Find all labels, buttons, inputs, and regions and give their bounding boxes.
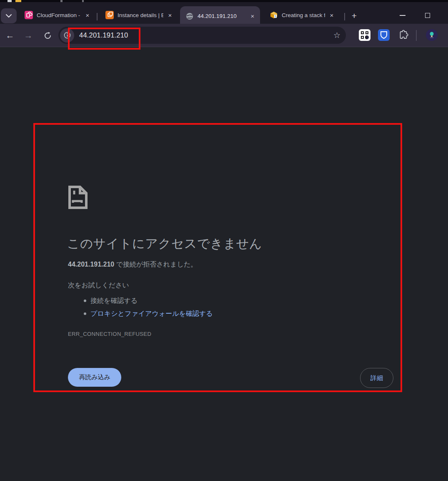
avatar-bulb-icon <box>428 31 435 39</box>
tab-close-icon[interactable]: × <box>166 12 174 19</box>
error-subtitle-text: で接続が拒否されました。 <box>114 261 197 268</box>
shield-icon <box>378 29 390 41</box>
url-text[interactable]: 44.201.191.210 <box>79 31 128 39</box>
window-minimize-button[interactable] <box>395 8 410 23</box>
back-button[interactable]: ← <box>2 27 18 44</box>
tab-creating-stack[interactable]: Creating a stack fr × <box>264 6 339 24</box>
browser-toolbar: ← → 44.201.191.210 ☆ <box>0 24 448 47</box>
tab-label: Instance details | E <box>118 12 163 18</box>
reload-icon <box>44 32 52 40</box>
maximize-icon <box>425 13 430 18</box>
url-bar[interactable]: 44.201.191.210 ☆ <box>58 27 346 44</box>
bookmark-star-icon[interactable]: ☆ <box>333 30 340 40</box>
suggestion-link-item[interactable]: プロキシとファイアウォールを確認する <box>76 307 213 320</box>
suggestions-list: 接続を確認する プロキシとファイアウォールを確認する <box>76 294 213 320</box>
tab-separator <box>97 13 98 20</box>
puzzle-icon <box>397 29 409 41</box>
tab-label: CloudFormation - <box>37 12 81 18</box>
profile-avatar[interactable] <box>426 29 438 41</box>
extensions-button[interactable] <box>397 29 409 41</box>
tab-close-icon[interactable]: × <box>248 13 257 20</box>
ec2-favicon <box>105 11 114 19</box>
new-tab-button[interactable]: + <box>348 10 360 22</box>
globe-favicon <box>185 12 194 20</box>
suggestion-text: 接続を確認する <box>90 297 138 304</box>
tab-search-button[interactable] <box>1 8 17 23</box>
sad-file-icon <box>68 185 88 209</box>
error-title: このサイトにアクセスできません <box>67 235 262 252</box>
details-button[interactable]: 詳細 <box>360 368 393 388</box>
chevron-down-icon <box>6 14 12 18</box>
tab-label: Creating a stack fr <box>282 12 325 18</box>
tab-close-icon[interactable]: × <box>83 12 92 19</box>
proxy-firewall-link[interactable]: プロキシとファイアウォールを確認する <box>90 310 213 317</box>
page-info-button[interactable] <box>60 28 74 43</box>
forward-icon: → <box>24 30 33 40</box>
tab-active-ip[interactable]: 44.201.191.210 × <box>180 6 260 26</box>
window-maximize-button[interactable] <box>420 8 435 23</box>
error-host: 44.201.191.210 <box>68 261 114 268</box>
reload-page-button[interactable]: 再読み込み <box>68 368 121 387</box>
info-icon <box>64 32 71 39</box>
page-content: このサイトにアクセスできません 44.201.191.210 で接続が拒否されま… <box>0 48 448 481</box>
aws-docs-favicon <box>270 11 278 19</box>
qr-extension-button[interactable] <box>359 29 370 41</box>
toolbar-divider <box>416 30 417 41</box>
tab-strip: CloudFormation - × Instance details | E … <box>0 2 448 24</box>
reload-button[interactable] <box>39 27 56 44</box>
minimize-icon <box>400 15 405 16</box>
back-icon: ← <box>6 30 15 40</box>
qr-code-icon <box>359 29 370 41</box>
suggestion-item: 接続を確認する <box>76 294 213 307</box>
error-subtitle: 44.201.191.210 で接続が拒否されました。 <box>68 260 197 269</box>
error-code: ERR_CONNECTION_REFUSED <box>68 331 151 337</box>
tab-separator <box>344 13 345 20</box>
tab-close-icon[interactable]: × <box>328 12 336 19</box>
bitwarden-extension-button[interactable] <box>378 29 390 41</box>
forward-button[interactable]: → <box>20 27 37 44</box>
suggestions-heading: 次をお試しください <box>68 281 129 290</box>
cloudformation-favicon <box>25 11 33 19</box>
tab-cloudformation[interactable]: CloudFormation - × <box>19 6 95 24</box>
tab-instance-details[interactable]: Instance details | E × <box>100 6 178 24</box>
tab-label: 44.201.191.210 <box>198 13 246 19</box>
